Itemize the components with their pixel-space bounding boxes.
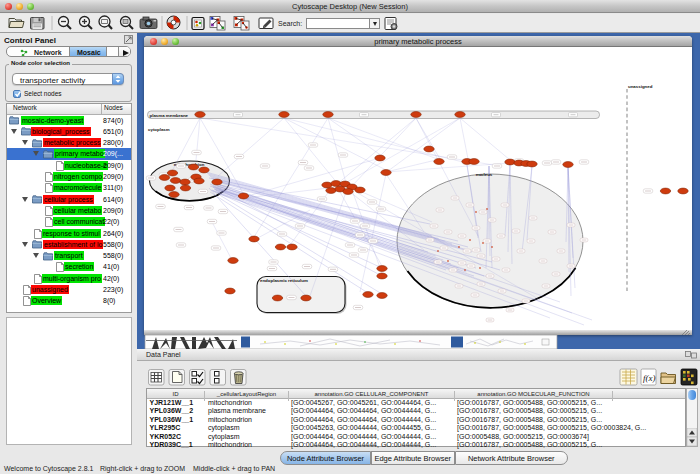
svg-text:endoplasmic reticulum: endoplasmic reticulum	[260, 278, 308, 283]
svg-text:f(x): f(x)	[643, 373, 656, 383]
svg-text:nucleus: nucleus	[476, 172, 493, 177]
svg-text:plasma membrane: plasma membrane	[150, 113, 189, 118]
svg-text:cytoplasm: cytoplasm	[148, 127, 170, 132]
svg-text:unassigned: unassigned	[628, 84, 653, 89]
